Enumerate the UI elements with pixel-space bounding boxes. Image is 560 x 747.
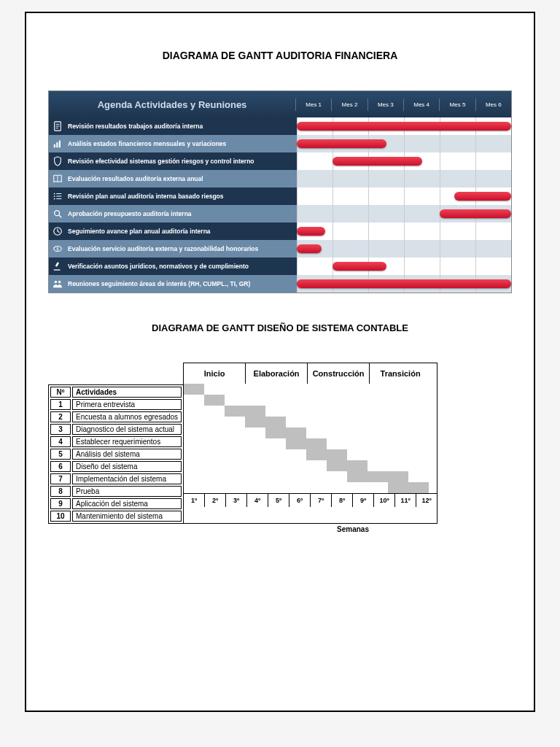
phase-label: Construcción (307, 363, 369, 384)
title-2: DIAGRAMA DE GANTT DISEÑO DE SISTEMA CONT… (48, 322, 512, 333)
gantt-cell (368, 482, 388, 493)
svg-point-14 (58, 281, 61, 284)
activity-row: 1Primera entrevista (50, 399, 182, 410)
gantt-cell (225, 460, 245, 471)
gantt-cell (306, 449, 327, 460)
agenda-bars (297, 240, 511, 258)
activity-row: 9Aplicación del sistema (50, 498, 182, 509)
svg-point-6 (54, 198, 55, 200)
gantt-cell (327, 427, 347, 438)
gantt-cell (225, 417, 245, 427)
gantt-cell (327, 406, 347, 417)
gantt-cell (306, 406, 327, 417)
gantt-bar (454, 192, 511, 201)
gantt-cell (184, 384, 204, 395)
gantt-bar (332, 262, 386, 271)
gantt-cell (286, 384, 306, 395)
gantt-cell (306, 417, 327, 427)
week-label: 8º (331, 494, 352, 507)
gantt-cell (245, 482, 265, 493)
svg-point-7 (55, 211, 60, 216)
gantt-cell (265, 384, 286, 395)
gantt-cell (327, 384, 347, 395)
shield-icon (49, 152, 66, 170)
gantt-cell (245, 406, 265, 417)
gantt-cell (286, 460, 306, 471)
month-header: Mes 1 (295, 98, 331, 111)
act-label: Análisis del sistema (72, 449, 182, 460)
gantt-cell (204, 449, 225, 460)
activity-row: 7Implementación del sistema (50, 473, 182, 484)
phase-label: Inicio (184, 363, 245, 384)
activities-table: NºActividades 1Primera entrevista2Encues… (48, 384, 184, 524)
agenda-row: Aprobación presupuesto auditoría interna (49, 205, 511, 222)
gantt-cell (286, 406, 306, 417)
gantt-cell (265, 471, 286, 482)
agenda-bars (297, 205, 511, 222)
gantt-cell (265, 406, 286, 417)
act-num: 4 (50, 436, 71, 447)
gantt-bar (297, 227, 325, 236)
gantt-cell (368, 460, 388, 471)
gantt-cell (184, 395, 204, 406)
gantt-cell (225, 449, 245, 460)
gantt-cell (408, 482, 429, 493)
gantt-cell (184, 417, 204, 427)
gantt-cell (327, 460, 347, 471)
agenda-row: Reuniones seguimiento áreas de interés (… (49, 275, 511, 293)
agenda-label: Revisión plan anual auditoría interna ba… (66, 187, 297, 205)
gantt-cell (408, 395, 429, 406)
activity-row: 8Prueba (50, 486, 182, 497)
gantt-cell (388, 384, 408, 395)
month-header: Mes 4 (403, 98, 439, 111)
gantt-cell (265, 449, 286, 460)
phase-label: Elaboración (245, 363, 307, 384)
agenda-title: Agenda Actividades y Reuniones (49, 99, 295, 110)
gantt-cell (368, 417, 388, 427)
gantt-cell (245, 438, 265, 449)
gantt-cell (347, 471, 368, 482)
simple-gantt: NºActividades 1Primera entrevista2Encues… (48, 363, 512, 533)
clock-icon (49, 222, 66, 240)
agenda-months: Mes 1Mes 2Mes 3Mes 4Mes 5Mes 6 (295, 98, 511, 111)
money-icon: $ (49, 240, 66, 258)
search-icon (49, 205, 66, 222)
act-num: 9 (50, 498, 71, 509)
month-header: Mes 6 (475, 98, 511, 111)
gantt-cell (184, 449, 204, 460)
activity-row: 6Diseño del sistema (50, 461, 182, 472)
week-label: 12º (416, 494, 437, 507)
gantt-cell (286, 395, 306, 406)
agenda-bars (297, 117, 511, 135)
activity-row: 5Análisis del sistema (50, 449, 182, 460)
activity-row: 2Encuesta a alumnos egresados (50, 411, 182, 422)
gantt-cell (347, 417, 368, 427)
week-label: 5º (268, 494, 289, 507)
activity-row: 3Diagnostico del sistema actual (50, 424, 182, 435)
gantt-cell (184, 438, 204, 449)
agenda-label: Evaluación servicio auditoría externa y … (66, 240, 297, 258)
agenda-gantt: Agenda Actividades y Reuniones Mes 1Mes … (48, 90, 512, 293)
chart-icon (49, 135, 66, 152)
act-num: 1 (50, 399, 71, 410)
act-num: 6 (50, 461, 71, 472)
gantt-bar (297, 279, 511, 288)
list-icon (49, 187, 66, 205)
agenda-label: Evaluación resultados auditoría externa … (66, 170, 297, 187)
agenda-row: Evaluación resultados auditoría externa … (49, 170, 511, 187)
gantt-cell (245, 449, 265, 460)
gantt-cell (306, 427, 327, 438)
svg-rect-1 (54, 144, 55, 147)
agenda-row: Revisión efectividad sistemas gestión ri… (49, 152, 511, 170)
gantt-cell (408, 427, 429, 438)
gantt-cell (225, 471, 245, 482)
gantt-bar (297, 244, 322, 253)
gantt-cell (347, 384, 368, 395)
gantt-cell (225, 482, 245, 493)
week-label: 2º (204, 494, 225, 507)
people-icon (49, 275, 66, 293)
gantt-cell (306, 482, 327, 493)
svg-rect-12 (54, 269, 61, 270)
gantt-cell (368, 449, 388, 460)
gantt-cell (286, 417, 306, 427)
